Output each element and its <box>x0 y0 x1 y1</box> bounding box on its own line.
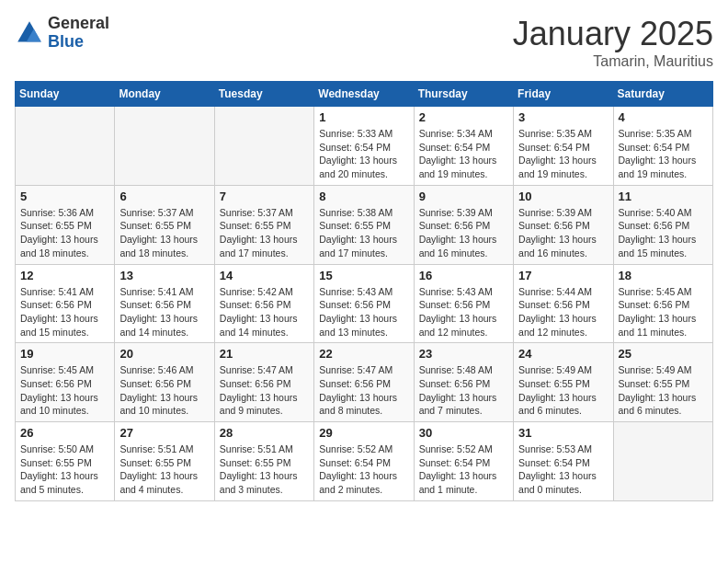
day-number: 18 <box>619 269 708 282</box>
day-number: 25 <box>619 347 708 361</box>
calendar-cell: 23Sunrise: 5:48 AM Sunset: 6:56 PM Dayli… <box>414 343 513 422</box>
day-number: 14 <box>220 269 309 282</box>
calendar-cell <box>115 107 214 186</box>
calendar-cell: 3Sunrise: 5:35 AM Sunset: 6:54 PM Daylig… <box>514 107 613 186</box>
calendar-cell: 11Sunrise: 5:40 AM Sunset: 6:56 PM Dayli… <box>613 185 712 264</box>
calendar-cell: 14Sunrise: 5:42 AM Sunset: 6:56 PM Dayli… <box>214 264 313 343</box>
day-number: 20 <box>119 347 209 361</box>
day-number: 13 <box>119 269 209 282</box>
calendar-cell: 17Sunrise: 5:44 AM Sunset: 6:56 PM Dayli… <box>514 264 613 343</box>
calendar-week-row: 19Sunrise: 5:45 AM Sunset: 6:56 PM Dayli… <box>16 343 713 422</box>
day-info: Sunrise: 5:39 AM Sunset: 6:56 PM Dayligh… <box>518 206 608 260</box>
calendar-header-thursday: Thursday <box>414 82 513 107</box>
calendar-cell: 7Sunrise: 5:37 AM Sunset: 6:55 PM Daylig… <box>214 185 313 264</box>
day-info: Sunrise: 5:40 AM Sunset: 6:56 PM Dayligh… <box>619 206 708 260</box>
logo-general: General <box>48 15 109 33</box>
day-number: 15 <box>319 269 408 282</box>
day-number: 10 <box>518 190 608 203</box>
logo-text: General Blue <box>48 15 109 52</box>
day-info: Sunrise: 5:49 AM Sunset: 6:55 PM Dayligh… <box>518 363 608 418</box>
day-info: Sunrise: 5:41 AM Sunset: 6:56 PM Dayligh… <box>20 285 109 339</box>
day-number: 7 <box>220 190 309 203</box>
day-info: Sunrise: 5:43 AM Sunset: 6:56 PM Dayligh… <box>319 285 408 339</box>
day-number: 3 <box>518 110 608 124</box>
day-info: Sunrise: 5:37 AM Sunset: 6:55 PM Dayligh… <box>220 206 309 260</box>
day-number: 12 <box>20 269 109 282</box>
day-number: 4 <box>619 110 708 124</box>
day-info: Sunrise: 5:48 AM Sunset: 6:56 PM Dayligh… <box>419 363 508 418</box>
calendar-cell: 29Sunrise: 5:52 AM Sunset: 6:54 PM Dayli… <box>314 422 414 501</box>
day-number: 8 <box>319 190 408 203</box>
calendar-header-monday: Monday <box>115 82 214 107</box>
day-info: Sunrise: 5:33 AM Sunset: 6:54 PM Dayligh… <box>319 127 408 181</box>
day-info: Sunrise: 5:43 AM Sunset: 6:56 PM Dayligh… <box>419 285 508 339</box>
calendar-cell: 15Sunrise: 5:43 AM Sunset: 6:56 PM Dayli… <box>314 264 414 343</box>
day-number: 9 <box>419 190 508 203</box>
day-info: Sunrise: 5:41 AM Sunset: 6:56 PM Dayligh… <box>119 285 209 339</box>
day-number: 29 <box>319 426 408 440</box>
calendar-cell: 22Sunrise: 5:47 AM Sunset: 6:56 PM Dayli… <box>314 343 414 422</box>
day-number: 19 <box>20 347 109 361</box>
calendar-cell: 19Sunrise: 5:45 AM Sunset: 6:56 PM Dayli… <box>16 343 115 422</box>
day-info: Sunrise: 5:35 AM Sunset: 6:54 PM Dayligh… <box>619 127 708 181</box>
calendar-week-row: 26Sunrise: 5:50 AM Sunset: 6:55 PM Dayli… <box>16 422 713 501</box>
day-info: Sunrise: 5:45 AM Sunset: 6:56 PM Dayligh… <box>619 285 708 339</box>
calendar-cell: 20Sunrise: 5:46 AM Sunset: 6:56 PM Dayli… <box>115 343 214 422</box>
calendar-cell: 2Sunrise: 5:34 AM Sunset: 6:54 PM Daylig… <box>414 107 513 186</box>
calendar-cell: 27Sunrise: 5:51 AM Sunset: 6:55 PM Dayli… <box>115 422 214 501</box>
day-number: 16 <box>419 269 508 282</box>
calendar-week-row: 5Sunrise: 5:36 AM Sunset: 6:55 PM Daylig… <box>16 185 713 264</box>
day-number: 30 <box>419 426 508 440</box>
day-info: Sunrise: 5:50 AM Sunset: 6:55 PM Dayligh… <box>20 442 109 497</box>
title-block: January 2025 Tamarin, Mauritius <box>513 15 713 70</box>
calendar-body: 1Sunrise: 5:33 AM Sunset: 6:54 PM Daylig… <box>16 107 713 501</box>
day-number: 1 <box>319 110 408 124</box>
day-number: 5 <box>20 190 109 203</box>
calendar-cell: 30Sunrise: 5:52 AM Sunset: 6:54 PM Dayli… <box>414 422 513 501</box>
calendar-cell: 8Sunrise: 5:38 AM Sunset: 6:55 PM Daylig… <box>314 185 414 264</box>
day-number: 24 <box>518 347 608 361</box>
day-number: 11 <box>619 190 708 203</box>
day-number: 22 <box>319 347 408 361</box>
month-title: January 2025 <box>513 15 713 53</box>
calendar-cell: 5Sunrise: 5:36 AM Sunset: 6:55 PM Daylig… <box>16 185 115 264</box>
day-info: Sunrise: 5:47 AM Sunset: 6:56 PM Dayligh… <box>220 363 309 418</box>
logo-icon <box>15 18 44 48</box>
day-number: 23 <box>419 347 508 361</box>
calendar-cell: 12Sunrise: 5:41 AM Sunset: 6:56 PM Dayli… <box>16 264 115 343</box>
day-number: 17 <box>518 269 608 282</box>
calendar-cell: 28Sunrise: 5:51 AM Sunset: 6:55 PM Dayli… <box>214 422 313 501</box>
day-info: Sunrise: 5:34 AM Sunset: 6:54 PM Dayligh… <box>419 127 508 181</box>
calendar-header-row: SundayMondayTuesdayWednesdayThursdayFrid… <box>16 82 713 107</box>
calendar-cell: 13Sunrise: 5:41 AM Sunset: 6:56 PM Dayli… <box>115 264 214 343</box>
day-number: 2 <box>419 110 508 124</box>
calendar-cell: 21Sunrise: 5:47 AM Sunset: 6:56 PM Dayli… <box>214 343 313 422</box>
calendar-cell <box>214 107 313 186</box>
calendar-cell: 4Sunrise: 5:35 AM Sunset: 6:54 PM Daylig… <box>613 107 712 186</box>
day-number: 6 <box>119 190 209 203</box>
calendar-header-wednesday: Wednesday <box>314 82 414 107</box>
day-info: Sunrise: 5:42 AM Sunset: 6:56 PM Dayligh… <box>220 285 309 339</box>
calendar-cell: 18Sunrise: 5:45 AM Sunset: 6:56 PM Dayli… <box>613 264 712 343</box>
calendar-cell <box>16 107 115 186</box>
page-header: General Blue January 2025 Tamarin, Mauri… <box>15 15 713 70</box>
day-info: Sunrise: 5:44 AM Sunset: 6:56 PM Dayligh… <box>518 285 608 339</box>
calendar-week-row: 1Sunrise: 5:33 AM Sunset: 6:54 PM Daylig… <box>16 107 713 186</box>
calendar-header-sunday: Sunday <box>16 82 115 107</box>
calendar-cell: 9Sunrise: 5:39 AM Sunset: 6:56 PM Daylig… <box>414 185 513 264</box>
day-info: Sunrise: 5:47 AM Sunset: 6:56 PM Dayligh… <box>319 363 408 418</box>
day-info: Sunrise: 5:37 AM Sunset: 6:55 PM Dayligh… <box>119 206 209 260</box>
logo-blue: Blue <box>48 33 109 52</box>
calendar-table: SundayMondayTuesdayWednesdayThursdayFrid… <box>15 81 713 501</box>
calendar-header-saturday: Saturday <box>613 82 712 107</box>
calendar-cell: 6Sunrise: 5:37 AM Sunset: 6:55 PM Daylig… <box>115 185 214 264</box>
calendar-cell: 10Sunrise: 5:39 AM Sunset: 6:56 PM Dayli… <box>514 185 613 264</box>
day-number: 21 <box>220 347 309 361</box>
day-info: Sunrise: 5:51 AM Sunset: 6:55 PM Dayligh… <box>220 442 309 497</box>
calendar-week-row: 12Sunrise: 5:41 AM Sunset: 6:56 PM Dayli… <box>16 264 713 343</box>
calendar-cell: 24Sunrise: 5:49 AM Sunset: 6:55 PM Dayli… <box>514 343 613 422</box>
day-info: Sunrise: 5:49 AM Sunset: 6:55 PM Dayligh… <box>619 363 708 418</box>
day-info: Sunrise: 5:51 AM Sunset: 6:55 PM Dayligh… <box>119 442 209 497</box>
calendar-header-friday: Friday <box>514 82 613 107</box>
calendar-cell: 1Sunrise: 5:33 AM Sunset: 6:54 PM Daylig… <box>314 107 414 186</box>
